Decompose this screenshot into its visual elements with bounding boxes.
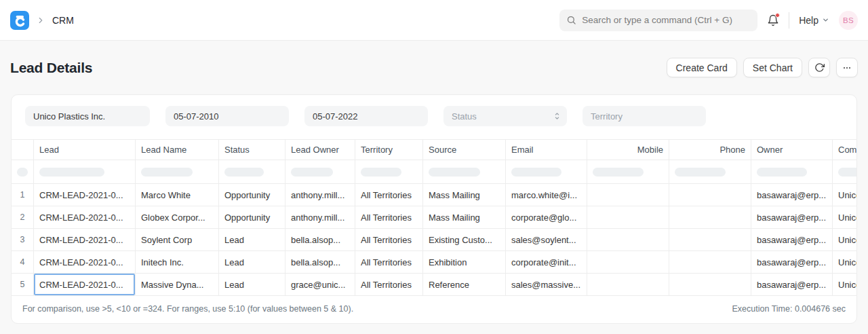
table-cell[interactable]: Unico Plastics Inc. [833, 229, 856, 251]
table-cell[interactable]: All Territories [355, 274, 423, 296]
refresh-button[interactable] [808, 58, 830, 77]
table-cell[interactable]: Lead [219, 251, 285, 274]
filter-territory-input[interactable] [583, 106, 706, 126]
column-filter-input-email[interactable] [511, 168, 561, 177]
table-cell[interactable]: Marco White [136, 184, 219, 206]
table-cell[interactable]: Massive Dyna... [136, 274, 219, 296]
notifications-button[interactable] [767, 14, 779, 26]
column-header-status[interactable]: Status [219, 140, 285, 160]
table-cell[interactable]: Lead [219, 229, 285, 251]
column-filter-input-owner[interactable] [757, 168, 807, 177]
table-cell[interactable]: Mass Mailing [423, 206, 506, 229]
table-cell[interactable]: Soylent Corp [136, 229, 219, 251]
table-cell[interactable] [587, 251, 669, 274]
filter-company-input[interactable] [25, 106, 150, 126]
column-filter-input-source[interactable] [429, 168, 480, 177]
table-cell[interactable]: sales@soylent... [506, 229, 587, 251]
table-cell[interactable]: CRM-LEAD-2021-0... [34, 206, 136, 229]
filter-from-date-input[interactable] [165, 106, 289, 126]
table-cell[interactable]: All Territories [355, 184, 423, 206]
table-cell[interactable]: Unico Plastics Inc. [833, 206, 856, 229]
row-number-cell[interactable]: 4 [12, 251, 34, 274]
table-cell[interactable] [587, 184, 669, 206]
row-number-cell[interactable]: 1 [12, 184, 34, 206]
table-cell[interactable]: Unico Plastics Inc. [833, 184, 856, 206]
table-cell[interactable]: anthony.mill... [285, 206, 355, 229]
menu-button[interactable] [836, 58, 858, 77]
create-card-button[interactable]: Create Card [667, 58, 737, 77]
row-filter-input[interactable] [17, 168, 28, 177]
filter-status-select[interactable] [443, 106, 567, 126]
table-cell[interactable]: basawaraj@erp... [751, 251, 833, 274]
table-cell[interactable] [669, 251, 751, 274]
table-cell[interactable]: sales@massive... [506, 274, 587, 296]
column-filter-input-phone[interactable] [675, 168, 726, 177]
table-cell[interactable]: bella.alsop... [285, 229, 355, 251]
table-cell[interactable]: Globex Corpor... [136, 206, 219, 229]
table-cell[interactable] [587, 229, 669, 251]
column-filter-input-mobile[interactable] [593, 168, 644, 177]
table-cell[interactable]: CRM-LEAD-2021-0... [34, 184, 136, 206]
column-header-mobile[interactable]: Mobile [587, 140, 669, 160]
column-header-lead-name[interactable]: Lead Name [136, 140, 219, 160]
row-number-cell[interactable]: 2 [12, 206, 34, 229]
table-cell[interactable] [669, 184, 751, 206]
column-header-phone[interactable]: Phone [669, 140, 751, 160]
table-cell[interactable]: basawaraj@erp... [751, 184, 833, 206]
table-cell[interactable]: Initech Inc. [136, 251, 219, 274]
row-number-cell[interactable]: 3 [12, 229, 34, 251]
set-chart-button[interactable]: Set Chart [743, 58, 802, 77]
table-cell[interactable]: Reference [423, 274, 506, 296]
table-cell[interactable]: All Territories [355, 251, 423, 274]
filter-to-date-input[interactable] [304, 106, 428, 126]
table-cell[interactable]: corporate@glo... [506, 206, 587, 229]
column-filter-input-status[interactable] [224, 168, 264, 177]
column-filter-input-lead-owner[interactable] [291, 168, 333, 177]
table-cell[interactable]: basawaraj@erp... [751, 274, 833, 296]
table-cell[interactable]: basawaraj@erp... [751, 229, 833, 251]
column-header-company[interactable]: Company [833, 140, 856, 160]
table-cell[interactable] [669, 274, 751, 296]
column-header-email[interactable]: Email [506, 140, 587, 160]
table-cell[interactable]: All Territories [355, 206, 423, 229]
column-filter-input-lead-name[interactable] [141, 168, 193, 177]
column-filter-input-territory[interactable] [361, 168, 401, 177]
table-cell[interactable]: Existing Custo... [423, 229, 506, 251]
refresh-icon [814, 62, 825, 73]
column-filter-input-lead[interactable] [39, 168, 104, 177]
search-input[interactable] [582, 15, 751, 25]
table-cell[interactable] [587, 206, 669, 229]
breadcrumb-crm[interactable]: CRM [52, 15, 74, 26]
global-search[interactable] [559, 10, 757, 31]
table-cell[interactable] [669, 229, 751, 251]
table-cell[interactable]: anthony.mill... [285, 184, 355, 206]
table-cell[interactable]: Mass Mailing [423, 184, 506, 206]
table-cell[interactable]: CRM-LEAD-2021-0... [34, 274, 136, 296]
table-cell[interactable]: Opportunity [219, 206, 285, 229]
column-header-lead-owner[interactable]: Lead Owner [285, 140, 355, 160]
table-cell[interactable]: All Territories [355, 229, 423, 251]
table-cell[interactable]: marco.white@i... [506, 184, 587, 206]
table-cell[interactable]: corporate@init... [506, 251, 587, 274]
table-cell[interactable] [587, 274, 669, 296]
table-cell[interactable]: bella.alsop... [285, 251, 355, 274]
erpnext-logo-icon[interactable] [10, 11, 29, 30]
help-menu[interactable]: Help [799, 15, 829, 26]
table-cell[interactable]: CRM-LEAD-2021-0... [34, 229, 136, 251]
table-cell[interactable]: Exhibition [423, 251, 506, 274]
column-header-source[interactable]: Source [423, 140, 506, 160]
table-cell[interactable] [669, 206, 751, 229]
table-cell[interactable]: grace@unic... [285, 274, 355, 296]
table-cell[interactable]: Opportunity [219, 184, 285, 206]
column-header-lead[interactable]: Lead [34, 140, 136, 160]
column-filter-input-company[interactable] [838, 168, 856, 177]
table-cell[interactable]: Unico Plastics Inc. [833, 251, 856, 274]
column-header-owner[interactable]: Owner [751, 140, 833, 160]
user-avatar[interactable]: BS [839, 11, 858, 30]
table-cell[interactable]: Unico Plastics Inc. [833, 274, 856, 296]
table-cell[interactable]: CRM-LEAD-2021-0... [34, 251, 136, 274]
table-cell[interactable]: basawaraj@erp... [751, 206, 833, 229]
row-number-cell[interactable]: 5 [12, 274, 34, 296]
column-header-territory[interactable]: Territory [355, 140, 423, 160]
table-cell[interactable]: Lead [219, 274, 285, 296]
